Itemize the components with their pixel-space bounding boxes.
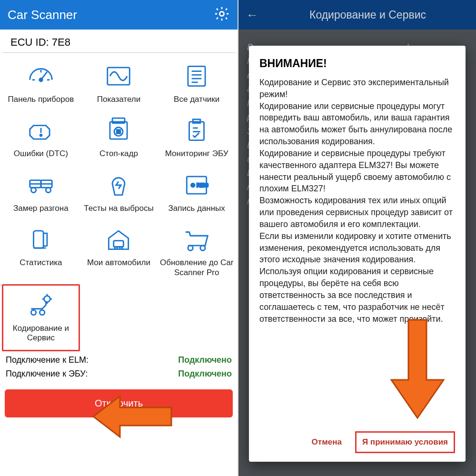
svg-point-21 bbox=[120, 247, 122, 249]
left-screen: Car Scanner ECU ID: 7E8 Панель приборов … bbox=[0, 0, 238, 476]
svg-point-14 bbox=[46, 188, 50, 192]
tile-coding[interactable]: Кодирование и Сервис bbox=[2, 284, 80, 351]
status-elm-label: Подключение к ELM: bbox=[6, 355, 89, 365]
status-elm-value: Подключено bbox=[178, 355, 232, 365]
tile-dtc[interactable]: Ошибки (DTC) bbox=[2, 111, 80, 165]
svg-point-23 bbox=[200, 246, 205, 250]
app-title: Car Scanner bbox=[8, 8, 77, 22]
svg-rect-18 bbox=[33, 231, 43, 248]
warning-dialog: ВНИМАНИЕ! Кодирование и Сервис это экспе… bbox=[249, 46, 466, 462]
tile-label: Панель приборов bbox=[8, 95, 74, 104]
svg-text:REC: REC bbox=[197, 182, 208, 188]
tile-label: Ошибки (DTC) bbox=[14, 149, 68, 159]
gear-icon[interactable] bbox=[214, 6, 230, 24]
back-icon[interactable]: ← bbox=[246, 8, 258, 22]
tile-freeze[interactable]: Стоп-кадр bbox=[80, 111, 158, 165]
tile-grid: Панель приборов Показатели Все датчики О… bbox=[0, 53, 238, 351]
tile-record[interactable]: REC Запись данных bbox=[158, 166, 236, 220]
app-topbar: Car Scanner bbox=[0, 0, 238, 30]
svg-point-0 bbox=[219, 11, 224, 16]
tile-stats[interactable]: Статистика bbox=[2, 220, 80, 284]
svg-point-24 bbox=[31, 310, 36, 315]
tile-label: Статистика bbox=[20, 258, 62, 268]
tile-allsensors[interactable]: Все датчики bbox=[158, 57, 236, 111]
disconnect-button[interactable]: Отключить bbox=[5, 389, 233, 417]
svg-point-4 bbox=[40, 135, 42, 137]
svg-point-16 bbox=[191, 183, 195, 187]
svg-rect-3 bbox=[188, 66, 205, 86]
svg-rect-19 bbox=[114, 241, 124, 247]
tile-indicators[interactable]: Показатели bbox=[80, 57, 158, 111]
svg-point-22 bbox=[188, 246, 193, 250]
status-block: Подключение к ELM: Подключено Подключени… bbox=[0, 351, 238, 386]
tile-upgrade[interactable]: Обновление до Car Scanner Pro bbox=[158, 220, 236, 284]
status-ecu-label: Подключение к ЭБУ: bbox=[6, 369, 88, 379]
tile-accel[interactable]: Замер разгона bbox=[2, 166, 80, 220]
svg-point-20 bbox=[115, 247, 118, 249]
svg-point-13 bbox=[31, 188, 36, 192]
tile-label: Запись данных bbox=[168, 204, 225, 213]
tile-label: Мои автомобили bbox=[87, 258, 150, 268]
svg-rect-8 bbox=[117, 130, 121, 134]
tile-label: Показатели bbox=[97, 95, 141, 104]
tile-label: Обновление до Car Scanner Pro bbox=[159, 258, 234, 278]
cancel-button[interactable]: Отмена bbox=[307, 432, 347, 453]
accept-button[interactable]: Я принимаю условия bbox=[355, 431, 455, 453]
svg-point-25 bbox=[40, 310, 44, 315]
tile-dashboard[interactable]: Панель приборов bbox=[2, 57, 80, 111]
svg-point-1 bbox=[40, 79, 42, 81]
tile-ecumon[interactable]: Мониторинг ЭБУ bbox=[158, 111, 236, 165]
ecu-id-label: ECU ID: 7E8 bbox=[2, 30, 236, 53]
right-screen: ← Кодирование и Сервис В !КваКрЭВиИпн ВН… bbox=[238, 0, 476, 476]
tile-label: Замер разгона bbox=[13, 204, 69, 213]
tile-label: Мониторинг ЭБУ bbox=[165, 149, 228, 159]
tile-mycars[interactable]: Мои автомобили bbox=[80, 220, 158, 284]
dialog-actions: Отмена Я принимаю условия bbox=[259, 425, 455, 453]
tile-label: Стоп-кадр bbox=[99, 149, 138, 159]
tile-label: Все датчики bbox=[174, 95, 219, 104]
tile-label: Тесты на выбросы bbox=[84, 204, 153, 213]
dialog-body: Кодирование и Сервис это экспериментальн… bbox=[259, 77, 455, 425]
tile-emissions[interactable]: Тесты на выбросы bbox=[80, 166, 158, 220]
right-topbar: ← Кодирование и Сервис bbox=[238, 0, 476, 30]
svg-point-26 bbox=[44, 296, 50, 302]
tile-label: Кодирование и Сервис bbox=[5, 324, 77, 343]
right-title: Кодирование и Сервис bbox=[309, 9, 426, 21]
dialog-title: ВНИМАНИЕ! bbox=[259, 57, 455, 70]
status-ecu-value: Подключено bbox=[178, 369, 232, 379]
